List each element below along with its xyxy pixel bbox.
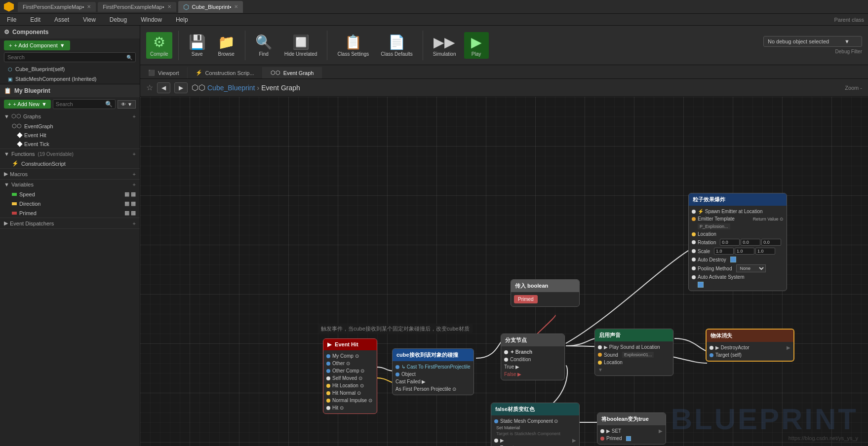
tab-map2-close[interactable]: ✕ [167,4,171,9]
autoactivate-checkbox[interactable] [698,282,704,288]
dispatchers-header[interactable]: ▶ Event Dispatchers + [0,218,140,228]
destroy-actor-node[interactable]: 物体消失 ▶ DestroyActor ▶ Target (self) [706,329,794,362]
debug-object-dropdown[interactable]: No debug object selected ▼ [763,36,862,47]
play-sound-node[interactable]: 启用声音 ▶ Play Sound at Location Sound Expl… [594,329,673,376]
normalimpulse-pin[interactable] [326,399,330,403]
play-sound-exec-in[interactable] [598,345,602,349]
hitnormal-pin[interactable] [326,391,330,395]
destroy-exec-in[interactable] [710,346,713,350]
event-hit-node[interactable]: ▶ Event Hit My Comp ⊙ Other ⊙ Other Comp… [323,338,377,414]
tab-event-graph[interactable]: ⬡⬡ Event Graph [263,67,322,78]
primed-variable-item[interactable]: Primed ▦ ▦ [0,208,140,218]
play-button[interactable]: ▶ Play [464,32,489,59]
find-button[interactable]: 🔍 Find [251,32,276,59]
spawn-emitter-node[interactable]: 粒子效果爆炸 ⚡ Spawn Emitter at Location Emitt… [688,193,787,291]
pooling-pin[interactable] [692,266,696,270]
rot-z[interactable] [761,239,781,246]
cast-object-pin[interactable] [395,372,399,376]
eventgraph-item[interactable]: ⬡⬡ EventGraph [0,121,140,131]
forward-button[interactable]: ▶ [174,82,188,93]
dispatchers-add-button[interactable]: + [133,221,136,226]
tab-construction-script[interactable]: ⚡ Construction Scrip... [188,67,263,78]
sound-pin[interactable] [598,353,602,357]
selfmoved-pin[interactable] [326,376,330,380]
setprimed-primed-pin[interactable] [600,437,604,441]
event-hit-item[interactable]: Event Hit [0,131,140,140]
scale-x[interactable] [714,248,734,255]
menu-window[interactable]: Window [138,15,165,24]
graph-canvas[interactable]: ▶ Event Hit My Comp ⊙ Other ⊙ Other Comp… [140,97,868,446]
class-settings-button[interactable]: 📋 Class Settings [333,32,373,59]
menu-view[interactable]: View [80,15,99,24]
variables-add-button[interactable]: + [133,182,136,187]
variables-header[interactable]: ▼ Variables + [0,180,140,189]
setmat-exec-in[interactable] [494,439,498,443]
hitlocation-pin[interactable] [326,384,330,388]
menu-file[interactable]: File [4,15,19,24]
spawn-exec-in[interactable] [692,210,696,214]
blueprint-search-input[interactable] [56,101,105,107]
cast-out-pin[interactable] [395,365,399,369]
add-new-button[interactable]: + + Add New ▼ [4,100,51,109]
graphs-add-button[interactable]: + [133,113,136,119]
add-component-button[interactable]: + + Add Component ▼ [4,40,70,50]
autoactivate-pin[interactable] [692,275,696,279]
speed-variable-item[interactable]: Speed ▦ ▦ [0,189,140,199]
compile-button[interactable]: ⚙ Compile [146,32,172,59]
macros-add-button[interactable]: + [133,171,136,177]
other-pin[interactable] [326,362,330,366]
spawn-scale-pin[interactable] [692,249,696,253]
othercomp-pin[interactable] [326,369,330,373]
hit-struct-pin[interactable] [326,406,330,410]
rot-x[interactable] [720,239,740,246]
tab-viewport[interactable]: ⬛ Viewport [140,67,188,78]
construction-script-item[interactable]: ⚡ ConstructionScript [0,159,140,168]
autodestroy-checkbox[interactable] [730,257,736,262]
menu-debug[interactable]: Debug [107,15,130,24]
scale-z[interactable] [755,248,775,255]
back-button[interactable]: ◀ [157,82,170,93]
simulation-button[interactable]: ▶▶ Simulation [429,32,460,59]
branch-exec-in[interactable] [504,350,508,354]
menu-help[interactable]: Help [173,15,191,24]
event-tick-item[interactable]: Event Tick [0,140,140,149]
destroy-target-pin[interactable] [710,353,713,357]
graphs-header[interactable]: ▼ ⬡⬡ Graphs + [0,111,140,121]
hide-unrelated-button[interactable]: 🔲 Hide Unrelated [280,32,321,59]
class-defaults-button[interactable]: 📄 Class Defaults [377,32,416,59]
direction-variable-item[interactable]: Direction ▦ ▦ [0,199,140,208]
branch-condition-pin[interactable] [504,358,508,362]
sound-location-pin[interactable] [598,361,602,365]
bookmark-button[interactable]: ☆ [146,83,153,92]
rot-y[interactable] [741,239,760,246]
pooling-dropdown[interactable]: None [736,264,766,272]
set-material-node[interactable]: false材质变红色 Static Mesh Component ⊙ Set M… [491,403,580,446]
functions-header[interactable]: ▼ Functions (19 Overridable) + [0,149,140,159]
autodestroy-pin[interactable] [692,258,696,261]
view-options-button[interactable]: 👁 ▼ [118,100,136,109]
setprimed-exec-in[interactable] [600,429,604,433]
spawn-location-pin[interactable] [692,232,696,236]
tab-blueprint[interactable]: ⬡ Cube_Blueprint• ✕ [178,1,243,13]
setprimed-checkbox[interactable] [626,436,631,441]
cast-to-node[interactable]: cube接收到该对象的碰撞 ↳ Cast To FirstPersonProje… [392,348,474,395]
tab-map1[interactable]: FirstPersonExampleMap• ✕ [18,2,96,12]
browse-button[interactable]: 📁 Browse [214,32,239,59]
scale-y[interactable] [735,248,754,255]
components-search-input[interactable] [7,54,126,60]
save-button[interactable]: 💾 Save [185,32,210,59]
menu-asset[interactable]: Asset [51,15,72,24]
tab-map1-close[interactable]: ✕ [87,4,91,9]
component-item-blueprint[interactable]: ⬡ Cube_Blueprint(self) [0,64,140,74]
macros-header[interactable]: ▶ Macros + [0,169,140,179]
branch-node[interactable]: 分支节点 ✦ Branch Condition True ▶ [501,334,565,380]
menu-edit[interactable]: Edit [27,15,43,24]
spawn-rotation-pin[interactable] [692,240,696,244]
mycomp-pin[interactable] [326,354,330,358]
setmat-comp-pin[interactable] [494,419,498,423]
tab-blueprint-close[interactable]: ✕ [234,4,238,9]
boolean-node[interactable]: 传入 boolean Primed [511,279,580,307]
component-item-staticmesh[interactable]: ▣ StaticMeshComponent (Inherited) [0,74,140,84]
functions-add-button[interactable]: + [133,151,136,157]
emitter-template-pin[interactable] [692,217,696,221]
